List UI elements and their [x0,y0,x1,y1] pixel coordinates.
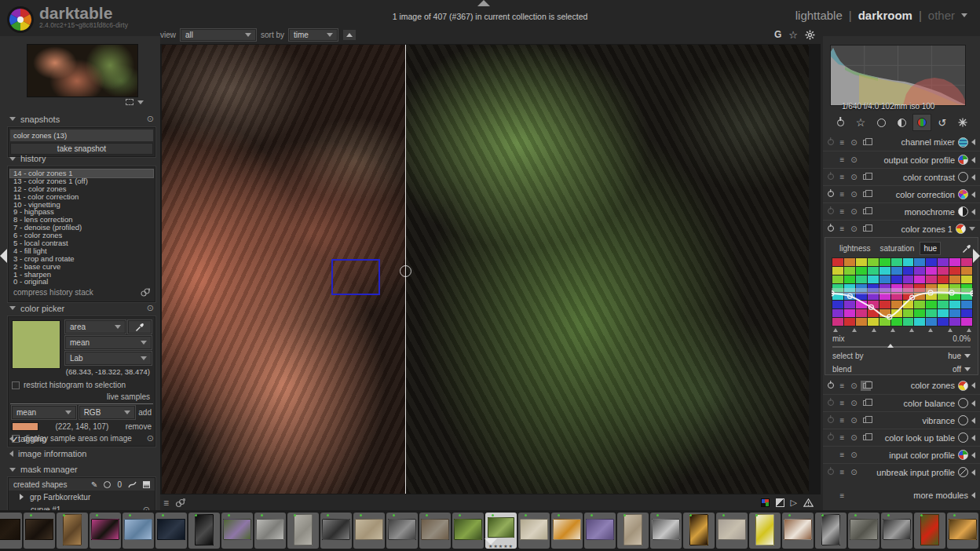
module-instance-icon[interactable] [861,399,870,407]
module-power-icon[interactable] [826,381,835,390]
module-instance-icon[interactable] [861,224,870,233]
snapshot-split-handle[interactable] [400,265,411,277]
module-reset-icon[interactable]: ⊙ [850,155,858,164]
module-expand-icon[interactable] [969,227,975,231]
module-presets-icon[interactable]: ≡ [838,451,847,459]
sample-space-dropdown[interactable]: RGB [79,406,136,419]
picker-space-dropdown[interactable]: Lab [65,352,152,365]
restrict-histogram-checkbox[interactable] [12,381,20,389]
compress-history-button[interactable]: compress history stack [13,288,93,297]
filmstrip-thumbnail[interactable] [650,513,682,549]
gamut-check-icon[interactable] [803,498,814,507]
module-name[interactable]: unbreak input profile [873,468,955,477]
filmstrip-thumbnail[interactable] [221,513,253,549]
module-expand-icon[interactable] [971,382,975,389]
filmstrip-thumbnail[interactable] [518,513,550,549]
zone-marker[interactable] [890,328,895,332]
module-reset-icon[interactable]: ⊙ [850,468,858,476]
filmstrip-thumbnail[interactable] [24,513,55,549]
filmstrip-thumbnail[interactable] [584,513,616,549]
filmstrip-thumbnail[interactable] [188,513,220,549]
color-picker-button[interactable] [128,320,152,334]
module-reset-icon[interactable]: ⊙ [850,451,858,459]
module-name[interactable]: color balance [873,399,955,408]
module-power-icon[interactable] [826,138,835,147]
module-expand-icon[interactable] [971,418,975,424]
module-instance-icon[interactable] [861,173,870,181]
module-row-vibrance[interactable]: ≡⊙vibrance [823,411,980,429]
tab-hue[interactable]: hue [920,243,940,254]
module-name[interactable]: output color profile [873,155,955,165]
module-power-icon[interactable] [826,190,835,199]
filmstrip-thumbnail[interactable] [320,513,352,549]
color-sample-area[interactable] [331,259,380,295]
filmstrip-thumbnail[interactable] [287,513,319,549]
presets-icon[interactable]: ≡ [163,498,169,509]
reset-icon[interactable]: ⊙ [147,114,154,124]
module-name[interactable]: channel mixer [873,137,955,147]
module-row-color-zones[interactable]: ≡⊙color zones [823,377,980,394]
snapshot-compare-icon[interactable] [175,498,185,508]
view-filter-dropdown[interactable]: all [181,29,256,41]
tab-darkroom[interactable]: darkroom [858,9,912,22]
add-sample-button[interactable]: add [138,408,152,417]
module-power-icon[interactable] [826,433,835,442]
zone-marker[interactable] [948,328,953,332]
filmstrip-thumbnail[interactable] [848,513,879,549]
mask-manager-header[interactable]: mask manager [8,462,155,477]
picker-stat-dropdown[interactable]: mean [65,336,152,349]
snapshots-header[interactable]: snapshots ⊙ [8,111,155,127]
more-modules-button[interactable]: ≡ more modules [823,487,980,504]
zone-marker[interactable] [909,328,914,332]
filmstrip-thumbnail[interactable] [419,513,451,549]
module-row-color-zones-1[interactable]: ≡⊙color zones 1 [823,220,980,237]
filmstrip-collapse-handle[interactable] [485,538,497,545]
snapshot-item[interactable]: color zones (13) [10,130,153,141]
module-power-icon[interactable] [826,416,835,425]
softproof-icon[interactable]: ▷ [791,498,797,508]
module-presets-icon[interactable]: ≡ [838,224,847,233]
color-zones-curve-area[interactable] [832,257,973,327]
module-expand-icon[interactable] [971,400,975,407]
right-panel-collapse-handle[interactable] [973,249,980,263]
group-basic-icon[interactable] [872,114,890,131]
color-picker-header[interactable]: color picker ⊙ [8,300,155,316]
sort-order-button[interactable] [342,29,357,41]
darkroom-canvas[interactable] [160,44,821,494]
filmstrip-thumbnail[interactable] [90,513,121,549]
group-active-icon[interactable] [831,114,850,131]
module-power-icon[interactable] [826,207,835,216]
draw-path-icon[interactable]: ✎ [91,480,97,489]
module-instance-icon[interactable] [861,416,870,425]
module-name[interactable]: color zones 1 [873,224,953,234]
zone-marker[interactable] [852,328,857,332]
module-instance-icon[interactable] [861,381,870,390]
filmstrip-thumbnail[interactable] [881,513,912,549]
module-presets-icon[interactable]: ≡ [838,173,847,181]
module-reset-icon[interactable]: ⊙ [850,416,858,425]
zone-marker[interactable] [967,328,971,332]
draw-circle-icon[interactable] [104,481,111,488]
module-power-icon[interactable] [826,399,835,407]
sort-dropdown[interactable]: time [289,29,338,41]
module-reset-icon[interactable]: ⊙ [850,207,858,216]
guides-icon[interactable]: G [774,29,781,40]
module-power-icon[interactable] [826,468,835,476]
module-expand-icon[interactable] [971,174,975,181]
module-presets-icon[interactable]: ≡ [838,138,847,147]
filmstrip-thumbnail[interactable] [0,513,22,549]
filmstrip-thumbnail[interactable] [386,513,418,549]
history-item[interactable]: 0 - original [10,278,153,286]
module-presets-icon[interactable]: ≡ [838,399,847,407]
filmstrip-thumbnail[interactable] [815,513,847,549]
module-row-unbreak-input-profile[interactable]: ≡⊙unbreak input profile [823,463,980,480]
filmstrip-thumbnail[interactable] [782,513,814,549]
edited-photo[interactable] [162,45,809,494]
image-information-header[interactable]: image information [8,446,155,462]
module-presets-icon[interactable]: ≡ [838,416,847,425]
module-expand-icon[interactable] [971,192,975,198]
module-instance-icon[interactable] [861,433,870,442]
top-panel-collapse-handle[interactable] [477,0,490,6]
views-dropdown-icon[interactable] [961,13,967,17]
compress-history-icon[interactable] [141,288,150,297]
